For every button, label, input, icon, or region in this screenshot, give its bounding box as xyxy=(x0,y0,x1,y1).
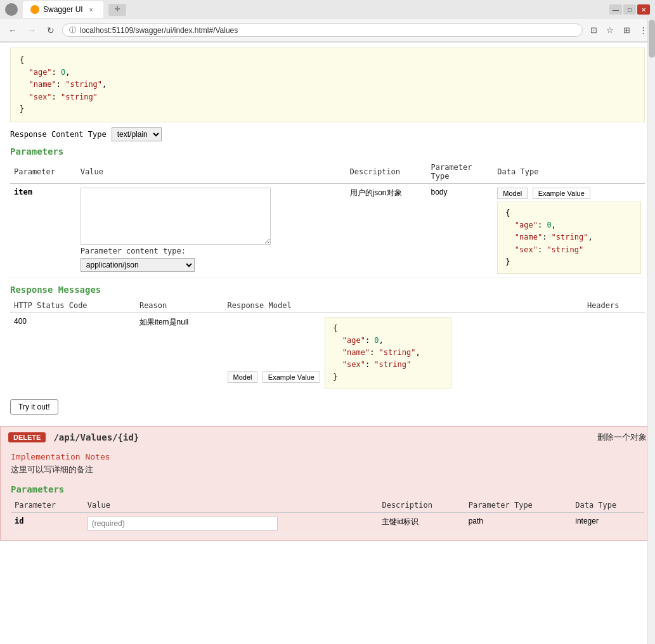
url-text: localhost:51109/swagger/ui/index.html#/V… xyxy=(80,26,576,35)
del-col-data-type: Data Type xyxy=(571,498,644,513)
del-col-value: Value xyxy=(84,498,379,513)
json-line-4: "sex": "string" xyxy=(20,91,635,103)
id-param-value-cell xyxy=(84,512,379,534)
item-param-description: 用户的json对象 xyxy=(346,183,427,278)
model-tab[interactable]: Model xyxy=(497,188,528,199)
json-line-5: } xyxy=(20,103,635,115)
ex-line3: "name": "string", xyxy=(505,231,633,243)
tab-favicon xyxy=(30,5,39,14)
forward-button[interactable]: → xyxy=(24,23,39,38)
ex-line4: "sex": "string" xyxy=(505,244,633,256)
resp-400-example-box: { "age": 0, "name": "string", "sex": "st… xyxy=(325,317,451,389)
parameters-table: Parameter Value Description ParameterTyp… xyxy=(10,160,645,278)
id-param-type: path xyxy=(465,512,572,534)
rexp-line4: "sex": "string" xyxy=(333,359,443,371)
resp-col-headers: Headers xyxy=(583,299,645,313)
nav-icons: ⊡ ☆ ⊞ ⋮ xyxy=(587,23,650,37)
bookmark-icon[interactable]: ☆ xyxy=(603,23,617,37)
col-value: Value xyxy=(77,160,346,184)
address-bar[interactable]: ⓘ localhost:51109/swagger/ui/index.html#… xyxy=(62,23,583,37)
tab-close-button[interactable]: × xyxy=(87,5,96,14)
delete-params-section: Parameters Parameter Value Description P… xyxy=(1,484,654,540)
extension-icon[interactable]: ⊞ xyxy=(619,23,633,37)
col-description: Description xyxy=(346,160,427,184)
response-content-type-row: Response Content Type text/plain xyxy=(10,127,645,141)
resp-400-row: 400 如果item是null Model Example Value { "a… xyxy=(10,312,645,392)
id-param-row: id 主键id标识 path integer xyxy=(11,512,644,534)
profile-icon xyxy=(5,3,18,16)
close-button[interactable]: ✕ xyxy=(637,4,650,15)
minimize-button[interactable]: — xyxy=(609,4,622,15)
id-param-description: 主键id标识 xyxy=(378,512,464,534)
json-line-1: { xyxy=(20,55,635,67)
col-data-type: Data Type xyxy=(493,160,645,184)
back-button[interactable]: ← xyxy=(5,23,20,38)
age-val: 0 xyxy=(61,68,65,77)
param-content-type-wrapper: Parameter content type: application/json xyxy=(81,247,342,272)
delete-description: 删除一个对象 xyxy=(597,432,647,443)
delete-params-table: Parameter Value Description Parameter Ty… xyxy=(11,498,644,535)
response-messages-table: HTTP Status Code Reason Response Model H… xyxy=(10,299,645,393)
resp-model-tab[interactable]: Model xyxy=(228,371,258,383)
name-val: "string" xyxy=(65,80,102,89)
item-param-type: body xyxy=(427,183,494,278)
id-param-input[interactable] xyxy=(88,517,278,531)
response-json-box: { "age": 0, "name": "string", "sex": "st… xyxy=(10,48,645,122)
col-parameter: Parameter xyxy=(10,160,77,184)
browser-tab[interactable]: Swagger UI × xyxy=(23,1,103,18)
delete-parameters-title: Parameters xyxy=(11,484,644,494)
del-col-param: Parameter xyxy=(11,498,84,513)
parameters-section-title: Parameters xyxy=(10,146,645,157)
resp-col-reason: Reason xyxy=(136,299,224,313)
item-param-textarea[interactable] xyxy=(81,188,271,245)
translate-icon[interactable]: ⊡ xyxy=(587,23,600,37)
rexp-line1: { xyxy=(333,323,443,335)
sex-key: "sex" xyxy=(29,93,51,101)
implementation-notes: Implementation Notes 这里可以写详细的备注 xyxy=(1,448,654,479)
resp-example-tab[interactable]: Example Value xyxy=(263,371,320,383)
ex-line2: "age": 0, xyxy=(505,219,633,231)
ex-line5: } xyxy=(505,256,633,268)
json-line-3: "name": "string", xyxy=(20,79,635,91)
maximize-button[interactable]: □ xyxy=(623,4,636,15)
param-content-type-label: Parameter content type: xyxy=(81,247,342,255)
impl-notes-text: 这里可以写详细的备注 xyxy=(11,464,644,475)
response-messages-title: Response Messages xyxy=(10,285,645,295)
resp-400-model-cell: Model Example Value { "age": 0, "name": … xyxy=(224,312,583,392)
reload-button[interactable]: ↻ xyxy=(43,23,58,38)
item-param-data-type: Model Example Value { "age": 0, "name": … xyxy=(493,183,645,278)
scrollbar-thumb[interactable] xyxy=(649,20,655,58)
tab-title: Swagger UI xyxy=(43,5,83,14)
scrollbar-track xyxy=(647,19,655,644)
resp-400-code: 400 xyxy=(10,312,136,392)
item-param-name: item xyxy=(10,183,77,278)
item-param-row: item Parameter content type: application… xyxy=(10,183,645,278)
json-line-2: "age": 0, xyxy=(20,67,635,79)
resp-col-status: HTTP Status Code xyxy=(10,299,136,313)
delete-header: DELETE /api/Values/{id} 删除一个对象 xyxy=(1,427,654,448)
resp-400-headers xyxy=(583,312,645,392)
age-key: "age" xyxy=(29,68,51,77)
item-param-value-cell: Parameter content type: application/json xyxy=(77,183,346,278)
response-content-type-label: Response Content Type xyxy=(10,130,107,139)
delete-path: /api/Values/{id} xyxy=(53,432,139,442)
new-tab-button[interactable] xyxy=(108,4,126,16)
example-value-tab[interactable]: Example Value xyxy=(533,188,590,199)
col-param-type: ParameterType xyxy=(427,160,494,184)
window-controls: — □ ✕ xyxy=(609,4,650,15)
delete-badge: DELETE xyxy=(8,432,46,442)
try-it-out-button[interactable]: Try it out! xyxy=(10,399,58,415)
title-bar: Swagger UI × — □ ✕ xyxy=(0,0,655,19)
ex-line1: { xyxy=(505,207,633,219)
rexp-line2: "age": 0, xyxy=(333,335,443,347)
id-param-data-type: integer xyxy=(571,512,644,534)
id-param-name: id xyxy=(11,512,84,534)
security-icon: ⓘ xyxy=(69,25,76,35)
item-example-box: { "age": 0, "name": "string", "sex": "st… xyxy=(497,202,641,274)
page-content: { "age": 0, "name": "string", "sex": "st… xyxy=(0,42,655,644)
del-col-desc: Description xyxy=(378,498,464,513)
del-col-param-type: Parameter Type xyxy=(465,498,572,513)
svg-rect-1 xyxy=(117,6,118,11)
response-content-type-select[interactable]: text/plain xyxy=(112,127,162,141)
param-content-type-select[interactable]: application/json xyxy=(81,258,195,272)
